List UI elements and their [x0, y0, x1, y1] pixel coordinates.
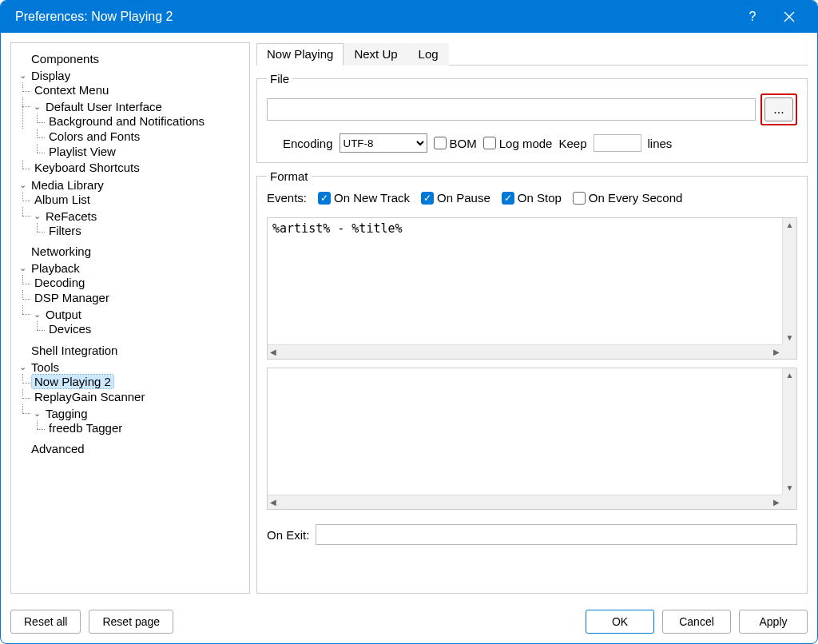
chevron-down-icon[interactable]: ⌄: [32, 309, 42, 320]
tree-album-list[interactable]: Album List: [32, 193, 93, 206]
events-label: Events:: [267, 191, 307, 205]
tab-log[interactable]: Log: [408, 43, 449, 66]
tree-tools[interactable]: Tools: [29, 360, 62, 374]
on-exit-input[interactable]: [316, 524, 797, 545]
chevron-down-icon[interactable]: ⌄: [18, 362, 27, 372]
cancel-button[interactable]: Cancel: [662, 610, 731, 634]
tree-default-ui[interactable]: Default User Interface: [43, 100, 165, 113]
tree-networking[interactable]: Networking: [29, 244, 93, 258]
scrollbar-horizontal[interactable]: ◀▶: [268, 344, 782, 359]
format-legend: Format: [267, 169, 312, 183]
tree-display[interactable]: Display: [29, 69, 73, 82]
chevron-down-icon[interactable]: ⌄: [18, 180, 27, 190]
on-pause-label: On Pause: [437, 191, 490, 205]
tree-tagging[interactable]: Tagging: [43, 407, 90, 420]
help-button[interactable]: ?: [734, 1, 771, 33]
on-every-second-checkbox[interactable]: [573, 192, 586, 205]
bom-label: BOM: [450, 137, 477, 150]
chevron-down-icon[interactable]: ⌄: [32, 101, 42, 112]
on-stop-checkbox[interactable]: ✓: [502, 192, 514, 205]
settings-panel: Now Playing Next Up Log File ... Encodin…: [256, 42, 808, 594]
close-icon: [784, 11, 795, 22]
chevron-down-icon[interactable]: ⌄: [32, 408, 42, 419]
apply-button[interactable]: Apply: [739, 610, 808, 634]
on-every-second-label: On Every Second: [589, 191, 683, 205]
bom-checkbox[interactable]: [434, 137, 447, 149]
scroll-up-icon: ▲: [786, 371, 794, 380]
tab-bar: Now Playing Next Up Log: [256, 42, 808, 66]
window-title: Preferences: Now Playing 2: [15, 10, 734, 24]
scroll-corner: [782, 495, 796, 509]
scroll-left-icon: ◀: [270, 348, 276, 356]
tree-advanced[interactable]: Advanced: [29, 442, 87, 455]
tree-keyboard[interactable]: Keyboard Shortcuts: [32, 161, 142, 174]
tree-replaygain[interactable]: ReplayGain Scanner: [32, 390, 147, 403]
on-stop-label: On Stop: [518, 191, 562, 205]
tree-playlist-view[interactable]: Playlist View: [46, 145, 118, 158]
format-template-text[interactable]: %artist% - %title%: [268, 218, 796, 298]
scroll-up-icon: ▲: [786, 221, 794, 229]
tree-now-playing-2[interactable]: Now Playing 2: [32, 375, 113, 388]
on-new-track-checkbox[interactable]: ✓: [318, 192, 331, 205]
category-tree[interactable]: Components ⌄Display Context Menu ⌄Defaul…: [10, 42, 250, 594]
tree-shell[interactable]: Shell Integration: [29, 344, 120, 357]
file-path-input[interactable]: [267, 98, 756, 121]
file-legend: File: [267, 72, 292, 85]
scroll-corner: [782, 344, 796, 359]
tree-media-library[interactable]: Media Library: [29, 178, 106, 192]
tree-playback[interactable]: Playback: [29, 261, 82, 275]
encoding-label: Encoding: [283, 137, 333, 150]
scrollbar-vertical[interactable]: ▲▼: [782, 368, 796, 495]
tree-refacets[interactable]: ReFacets: [43, 209, 99, 223]
tree-bg-notif[interactable]: Background and Notifications: [46, 114, 207, 128]
browse-highlight: ...: [760, 93, 797, 125]
tab-next-up[interactable]: Next Up: [343, 43, 407, 66]
on-exit-label: On Exit:: [267, 528, 309, 542]
lines-label: lines: [648, 137, 673, 150]
tree-filters[interactable]: Filters: [46, 224, 84, 237]
reset-all-button[interactable]: Reset all: [10, 610, 81, 634]
format-group: Format Events: ✓On New Track ✓On Pause ✓…: [256, 169, 808, 594]
preferences-window: Preferences: Now Playing 2 ? Components …: [0, 0, 818, 644]
format-template-area[interactable]: %artist% - %title% ▲▼ ◀▶: [267, 217, 797, 360]
scroll-left-icon: ◀: [270, 498, 276, 507]
logmode-label: Log mode: [499, 137, 553, 150]
chevron-down-icon[interactable]: ⌄: [32, 211, 42, 221]
scroll-down-icon: ▼: [786, 333, 794, 342]
scroll-right-icon: ▶: [773, 348, 780, 356]
chevron-down-icon[interactable]: ⌄: [18, 70, 27, 81]
on-new-track-label: On New Track: [334, 191, 410, 205]
format-preview-area[interactable]: ▲▼ ◀▶: [267, 368, 797, 510]
tree-dsp[interactable]: DSP Manager: [32, 291, 112, 304]
button-bar: Reset all Reset page OK Cancel Apply: [1, 603, 817, 643]
tree-colors-fonts[interactable]: Colors and Fonts: [46, 129, 142, 143]
keep-lines-input[interactable]: [594, 134, 641, 152]
scroll-down-icon: ▼: [786, 483, 794, 492]
scrollbar-horizontal[interactable]: ◀▶: [268, 495, 782, 509]
logmode-checkbox[interactable]: [483, 137, 496, 149]
on-pause-checkbox[interactable]: ✓: [421, 192, 434, 205]
tree-decoding[interactable]: Decoding: [32, 276, 87, 289]
format-preview-text: [268, 368, 796, 448]
titlebar: Preferences: Now Playing 2 ?: [1, 1, 817, 33]
scroll-right-icon: ▶: [773, 498, 780, 507]
tree-freedb[interactable]: freedb Tagger: [46, 421, 125, 435]
tree-context-menu[interactable]: Context Menu: [32, 83, 111, 97]
tree-components[interactable]: Components: [29, 52, 101, 66]
browse-button[interactable]: ...: [764, 97, 793, 121]
encoding-select[interactable]: UTF-8: [340, 133, 427, 153]
tree-devices[interactable]: Devices: [46, 322, 93, 336]
file-group: File ... Encoding UTF-8 BOM: [256, 72, 808, 163]
tab-now-playing[interactable]: Now Playing: [256, 43, 343, 66]
tree-output[interactable]: Output: [43, 308, 84, 321]
ok-button[interactable]: OK: [586, 610, 654, 634]
chevron-down-icon[interactable]: ⌄: [18, 263, 27, 273]
scrollbar-vertical[interactable]: ▲▼: [782, 218, 796, 344]
close-button[interactable]: [771, 1, 808, 33]
reset-page-button[interactable]: Reset page: [89, 610, 173, 634]
keep-label: Keep: [558, 137, 586, 150]
